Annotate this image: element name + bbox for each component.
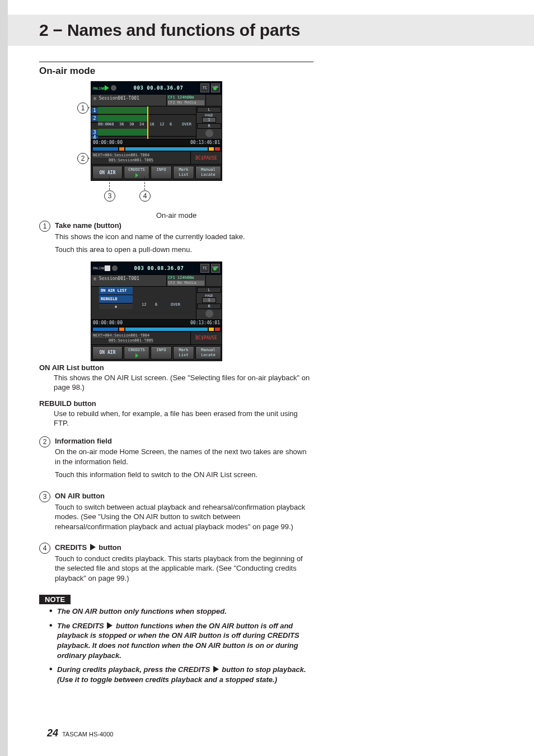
item-title: Take name (button)	[55, 221, 245, 231]
section-heading: On-air mode	[39, 66, 313, 77]
meter-sidebar: L PAGE 1 R	[196, 106, 222, 139]
timecode-display: 003 00.08.36.07	[118, 85, 199, 91]
manual-page: 2 − Names and functions of parts On-air …	[0, 0, 534, 756]
figure-caption: On-air mode	[39, 211, 313, 220]
rebuild-heading: REBUILD button	[39, 399, 313, 408]
item-title: ON AIR button	[55, 491, 313, 501]
manual-locate-button[interactable]: ManualLocate	[195, 166, 221, 179]
item-title: CREDITS button	[55, 543, 313, 553]
item-text: On the on-air mode Home Screen, the name…	[55, 447, 313, 466]
play-icon	[213, 666, 219, 673]
take-name: ▣ Session001-T001	[91, 95, 167, 106]
jog-icon	[205, 129, 213, 137]
item-title: Information field	[55, 436, 313, 446]
top-status-bar: ONLINE 003 00.08.36.07 TC SYNC	[91, 82, 222, 95]
take-pulldown-menu: ON AIR LIST REBUILD ▲	[99, 287, 133, 309]
note-item: The ON AIR button only functions when st…	[49, 606, 313, 617]
playhead-marker	[147, 106, 148, 139]
track-number: 2	[91, 115, 98, 121]
stop-icon	[105, 265, 110, 271]
rebuild-text: Use to rebuild when, for example, a file…	[54, 409, 313, 428]
take-name-bar[interactable]: ▣ Session001-T001 CF1 124h00m CF2 No Med…	[91, 275, 222, 287]
menu-collapse-arrow[interactable]: ▲	[99, 304, 133, 309]
section-rule	[39, 62, 313, 62]
menu-rebuild[interactable]: REBUILD	[99, 295, 133, 304]
onair-list-text: This shows the ON AIR List screen. (See …	[54, 373, 313, 393]
item-text: Touch to switch between actual playback …	[55, 502, 313, 532]
product-name: TASCAM HS-4000	[62, 731, 114, 738]
callout-3: 3	[104, 190, 115, 202]
tc-indicator: TC	[200, 83, 209, 92]
play-icon	[90, 544, 96, 550]
play-icon	[107, 622, 113, 629]
track-number: 4	[91, 136, 98, 139]
note-item: The CREDITS button functions when the ON…	[49, 621, 313, 660]
figure-onair-mode: ONLINE 003 00.08.36.07 TC SYNC ▣ Session…	[39, 81, 313, 213]
onair-button[interactable]: ON AIR	[92, 166, 123, 179]
item-text: Touch to conduct credits playback. This …	[55, 554, 313, 584]
mark-list-button[interactable]: MarkList	[173, 166, 194, 179]
note-item: During credits playback, press the CREDI…	[49, 665, 313, 684]
device-screenshot-2: ONLINE 003 00.08.36.07 TC SYNC ▣ Session…	[91, 262, 222, 361]
item-1: 1 Take name (button) This shows the icon…	[39, 221, 313, 258]
page-footer: 24 TASCAM HS-4000	[47, 727, 113, 739]
take-name-bar[interactable]: ▣ Session001-T001 CF1 124h00m CF2 No Med…	[91, 95, 222, 106]
item-text: Touch this information field to switch t…	[55, 470, 313, 480]
mark-list-button[interactable]: MarkList	[173, 346, 194, 360]
time-readout-row: 00:00:00:00 00:13:46:01	[91, 139, 222, 146]
item-4: 4 CREDITS button Touch to conduct credit…	[39, 543, 313, 586]
sync-indicator: SYNC	[211, 83, 220, 92]
item-number: 4	[39, 543, 50, 554]
rec-indicator-icon	[111, 85, 116, 91]
info-button[interactable]: INFO	[151, 166, 172, 179]
note-label: NOTE	[39, 595, 71, 604]
item-3: 3 ON AIR button Touch to switch between …	[39, 491, 313, 535]
callout-1: 1	[77, 102, 88, 114]
cf-media-status: CF1 124h00m CF2 No Media	[167, 95, 206, 106]
rec-indicator-icon	[112, 265, 118, 271]
track-number: 1	[91, 108, 98, 113]
bottom-button-row: ON AIR CREDITS INFO MarkList ManualLocat…	[91, 165, 222, 180]
info-button[interactable]: INFO	[151, 346, 172, 360]
figure-onair-dropdown: ONLINE 003 00.08.36.07 TC SYNC ▣ Session…	[39, 262, 313, 357]
track-meter-area: 1 2 00:00 48 36 30 24	[91, 106, 222, 139]
item-number: 1	[39, 221, 50, 232]
menu-onair-list[interactable]: ON AIR LIST	[99, 287, 133, 295]
onair-list-heading: ON AIR List button	[39, 363, 313, 372]
item-text: Touch this area to open a pull-down menu…	[55, 245, 245, 255]
callout-2: 2	[77, 153, 88, 164]
credits-button[interactable]: CREDITS	[124, 166, 149, 179]
item-number: 3	[39, 491, 50, 502]
onair-button[interactable]: ON AIR	[92, 346, 123, 360]
chapter-title: 2 − Names and functions of parts	[39, 16, 300, 45]
device-screenshot-1: ONLINE 003 00.08.36.07 TC SYNC ▣ Session…	[91, 81, 222, 181]
page-side-stripe	[0, 0, 8, 756]
item-text: This shows the icon and name of the curr…	[55, 232, 245, 242]
play-icon	[135, 173, 138, 178]
note-block: NOTE The ON AIR button only functions wh…	[39, 594, 313, 684]
page-number: 24	[47, 727, 58, 739]
online-label: ONLINE	[93, 86, 103, 90]
next-take-info[interactable]: NEXT>004:Session001-T004 005:Session001-…	[91, 152, 222, 165]
item-number: 2	[39, 436, 50, 447]
item-2: 2 Information field On the on-air mode H…	[39, 436, 313, 483]
progress-bar	[91, 146, 222, 152]
content-column: On-air mode ONLINE 003 00.08.36.07 TC SY…	[39, 62, 313, 689]
play-icon	[105, 85, 109, 91]
credits-button[interactable]: CREDITS	[124, 346, 149, 360]
callout-4: 4	[139, 190, 151, 202]
bcpause-label: BC$PAUSE	[190, 152, 222, 164]
manual-locate-button[interactable]: ManualLocate	[195, 346, 221, 360]
